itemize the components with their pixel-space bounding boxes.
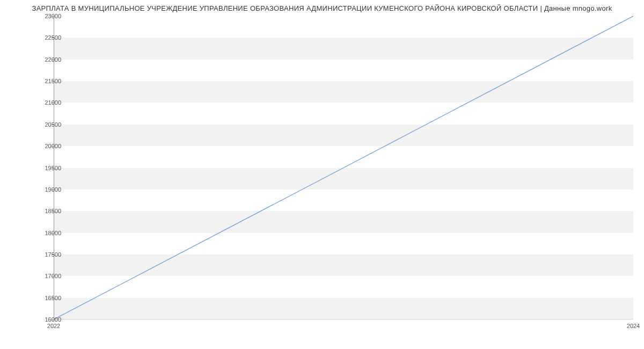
y-tick-label: 18000 [34,230,61,236]
plot-area: 20222024 [54,16,633,319]
x-tick-label: 2022 [47,323,60,329]
y-tick-label: 21000 [34,99,61,106]
y-tick-label: 20000 [34,143,61,149]
y-tick-label: 19000 [34,186,61,193]
grid-band [54,125,633,146]
y-tick-label: 19500 [34,165,61,171]
chart-container: ЗАРПЛАТА В МУНИЦИПАЛЬНОЕ УЧРЕЖДЕНИЕ УПРА… [0,0,644,349]
grid-band [54,38,633,59]
y-tick-label: 20500 [34,121,61,128]
grid-band [54,298,633,319]
grid-band [54,211,633,232]
y-tick-label: 22000 [34,56,61,63]
grid-band [54,81,633,103]
y-tick-label: 16000 [34,316,61,323]
x-tick-label: 2024 [627,323,640,329]
y-tick-label: 17500 [34,251,61,258]
y-tick-label: 21500 [34,78,61,84]
y-tick-label: 17000 [34,273,61,279]
y-tick-label: 16500 [34,295,61,301]
x-axis-line [54,319,633,319]
y-tick-label: 22500 [34,34,61,41]
grid-band [54,255,633,276]
y-tick-label: 23000 [34,13,61,19]
grid-band [54,168,633,190]
y-tick-label: 18500 [34,208,61,214]
chart-title: ЗАРПЛАТА В МУНИЦИПАЛЬНОЕ УЧРЕЖДЕНИЕ УПРА… [0,4,644,12]
